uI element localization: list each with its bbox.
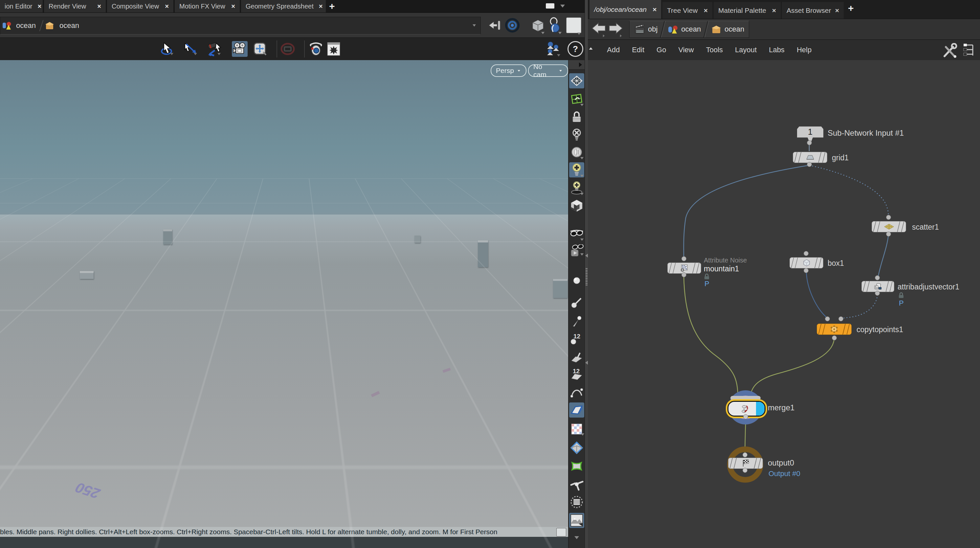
display-points-button[interactable] xyxy=(569,273,584,288)
menu-view[interactable]: View xyxy=(678,46,694,54)
tools-wrench-icon[interactable] xyxy=(942,43,958,58)
help-button[interactable]: ? xyxy=(568,41,583,57)
input-connector[interactable] xyxy=(825,316,830,321)
menu-layout[interactable]: Layout xyxy=(735,46,757,54)
output-connector[interactable] xyxy=(743,414,748,419)
input-connector[interactable] xyxy=(803,251,808,256)
toolbar-overflow-button[interactable] xyxy=(569,530,584,545)
display-xray-button[interactable] xyxy=(569,422,584,436)
close-icon[interactable]: × xyxy=(38,3,42,10)
close-icon[interactable]: × xyxy=(835,6,839,14)
output-connector[interactable] xyxy=(807,140,812,145)
node-box1[interactable] xyxy=(789,257,823,268)
snap-cube-chevron-icon[interactable] xyxy=(541,32,544,34)
close-icon[interactable]: × xyxy=(231,3,235,10)
tab-material-palette[interactable]: Material Palette × xyxy=(714,2,781,19)
close-icon[interactable]: × xyxy=(772,6,776,14)
tab-tree-view[interactable]: Tree View × xyxy=(662,2,712,19)
pane-menu-chevron-icon[interactable] xyxy=(560,5,565,8)
output-connector[interactable] xyxy=(886,232,891,237)
input-connector[interactable] xyxy=(681,256,686,261)
display-subdivision-button[interactable] xyxy=(569,459,584,474)
output-connector[interactable] xyxy=(681,272,686,277)
collapse-left-icon[interactable] xyxy=(585,361,588,365)
perspective-view-button[interactable]: Persp xyxy=(491,64,527,77)
path-crumb-ocean-obj[interactable]: ocean xyxy=(16,21,36,30)
forward-arrow-icon[interactable] xyxy=(608,22,623,35)
node-label-box1[interactable]: box1 xyxy=(827,259,844,268)
node-scatter1[interactable] xyxy=(872,221,906,232)
snapshot-button[interactable] xyxy=(308,41,324,57)
display-prim-normals-button[interactable] xyxy=(569,350,584,365)
lasso-chevron-icon[interactable] xyxy=(558,32,562,34)
node-label-copytopoints1[interactable]: copytopoints1 xyxy=(856,325,903,334)
display-background-image-button[interactable] xyxy=(569,513,584,528)
node-label-grid1[interactable]: grid1 xyxy=(832,153,849,162)
render-region-button[interactable] xyxy=(280,41,296,57)
close-icon[interactable]: × xyxy=(165,3,169,10)
network-graph[interactable]: 1 Sub-Network Input #1 grid1 scatter1 xyxy=(588,60,980,548)
shade-open-curves-button[interactable] xyxy=(569,403,584,417)
close-icon[interactable]: × xyxy=(704,6,708,14)
node-mountain1[interactable] xyxy=(667,263,701,274)
tab-network-path[interactable]: /obj/ocean/ocean × xyxy=(590,0,661,19)
input-connector[interactable] xyxy=(875,275,880,280)
viewport-3d[interactable]: 250 Persp No cam bles. Middle pans. Righ… xyxy=(0,60,568,548)
headlight-button[interactable] xyxy=(569,145,584,160)
node-output0[interactable] xyxy=(728,458,763,469)
path-crumb-ocean-node[interactable]: ocean xyxy=(59,21,79,30)
output-connector[interactable] xyxy=(807,162,812,167)
collapse-left-icon[interactable] xyxy=(585,253,588,258)
path-field[interactable]: ocean ocean xyxy=(0,17,481,35)
tab-animation-editor[interactable]: ion Editor × xyxy=(0,0,43,13)
display-point-normals-button[interactable] xyxy=(569,295,584,310)
display-hulls-button[interactable] xyxy=(569,440,584,456)
display-point-numbers-button[interactable]: 12 xyxy=(569,331,584,347)
pane-maximize-icon[interactable] xyxy=(546,3,554,8)
close-icon[interactable]: × xyxy=(652,6,657,13)
tab-geometry-spreadsheet[interactable]: Geometry Spreadsheet × xyxy=(241,0,326,13)
output-connector[interactable] xyxy=(743,468,748,473)
new-tab-button[interactable]: + xyxy=(329,0,335,13)
shading-swatch-button[interactable] xyxy=(566,18,581,33)
display-point-trails-button[interactable] xyxy=(569,314,584,329)
display-options-glasses-button[interactable] xyxy=(569,226,584,241)
input-connector[interactable] xyxy=(743,452,748,457)
ripple-target-icon[interactable] xyxy=(504,18,520,33)
display-options-button[interactable] xyxy=(326,41,342,57)
close-icon[interactable]: × xyxy=(97,3,101,10)
tab-asset-browser[interactable]: Asset Browser × xyxy=(782,2,844,19)
forward-history-chevron-icon[interactable] xyxy=(620,35,622,37)
status-snapshot-icon[interactable] xyxy=(556,528,566,537)
flipbook-options-button[interactable] xyxy=(569,244,584,258)
input-connector[interactable] xyxy=(886,215,891,220)
divider-handle[interactable] xyxy=(585,268,587,286)
tab-motion-fx-view[interactable]: Motion FX View × xyxy=(175,0,240,13)
node-label-subnet-input[interactable]: Sub-Network Input #1 xyxy=(827,129,904,138)
select-lasso-icon[interactable] xyxy=(546,17,563,34)
lock-camera-button[interactable] xyxy=(569,109,584,124)
menu-tools[interactable]: Tools xyxy=(706,46,723,54)
high-quality-lighting-button[interactable] xyxy=(569,180,584,196)
snap-cube-icon[interactable] xyxy=(530,18,546,33)
menu-go[interactable]: Go xyxy=(657,46,666,54)
uv-viewport-button[interactable] xyxy=(569,91,584,107)
output-connector[interactable] xyxy=(875,291,880,296)
display-flag[interactable] xyxy=(756,402,765,416)
input-connector[interactable] xyxy=(838,316,843,321)
pin-parent-icon[interactable] xyxy=(487,19,503,32)
menu-add[interactable]: Add xyxy=(607,46,620,54)
show-grid-button[interactable] xyxy=(569,73,584,88)
menu-labs[interactable]: Labs xyxy=(769,46,784,54)
display-materials-button[interactable] xyxy=(569,198,584,213)
tab-render-view[interactable]: Render View × xyxy=(44,0,106,13)
camera-move-tool-button[interactable] xyxy=(207,41,223,57)
menu-edit[interactable]: Edit xyxy=(632,46,644,54)
output-connector[interactable] xyxy=(803,268,808,273)
tab-composite-view[interactable]: Composite View × xyxy=(107,0,173,13)
camera-select-button[interactable]: No cam xyxy=(528,64,568,77)
display-prim-numbers-button[interactable]: 12 xyxy=(569,367,584,382)
playbar-stub[interactable] xyxy=(568,60,585,70)
character-placement-button[interactable] xyxy=(545,41,561,57)
menu-help[interactable]: Help xyxy=(797,46,811,54)
